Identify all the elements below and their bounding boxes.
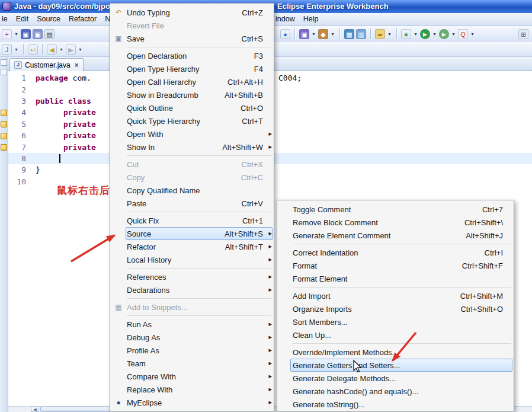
tab-customer-java[interactable]: J Customer.java × [9, 58, 84, 71]
dropdown-arrow-icon[interactable]: ▾ [14, 29, 19, 39]
web-browser-icon[interactable]: ● [280, 29, 290, 39]
menu-item-open-declaration[interactable]: Open DeclarationF3 [110, 49, 274, 62]
menu-item-save[interactable]: ▣SaveCtrl+S [110, 32, 274, 45]
menu-item-open-with[interactable]: Open With▸ [110, 127, 274, 140]
menu-item-references[interactable]: References▸ [110, 270, 274, 283]
menu-item-label: Format Element [293, 274, 347, 283]
menu-item-shortcut: Ctrl+X [242, 160, 271, 169]
scroll-left-icon[interactable]: ◀ [31, 407, 39, 412]
forward-icon[interactable]: ▶ [66, 44, 76, 55]
menu-item-generate-element-comment[interactable]: Generate Element CommentAlt+Shift+J [277, 229, 514, 242]
java-browsing-icon[interactable]: J [2, 44, 12, 55]
dropdown-arrow-icon[interactable]: ▾ [311, 29, 316, 39]
save-icon[interactable]: ▣ [21, 29, 31, 39]
dropdown-arrow-icon[interactable]: ▾ [432, 29, 437, 39]
menu-item-quick-fix[interactable]: Quick FixCtrl+1 [110, 214, 274, 227]
dropdown-arrow-icon[interactable]: ▾ [78, 44, 83, 55]
open-folder-icon[interactable]: ▰ [375, 29, 385, 39]
profile-icon[interactable]: Q [458, 29, 468, 39]
dropdown-arrow-icon[interactable]: ▾ [330, 29, 335, 39]
menu-item-label: Show in Breadcrumb [127, 91, 198, 100]
menu-item-add-import[interactable]: Add ImportCtrl+Shift+M [277, 289, 514, 302]
menu-item-generate-tostring[interactable]: Generate toString()... [277, 398, 514, 411]
menu-item-quick-type-hierarchy[interactable]: Quick Type HierarchyCtrl+T [110, 114, 274, 127]
external-tools-icon[interactable]: ★ [401, 29, 411, 39]
menu-item-team[interactable]: Team▸ [110, 357, 274, 370]
menu-item-open-type-hierarchy[interactable]: Open Type HierarchyF4 [110, 62, 274, 75]
dropdown-arrow-icon[interactable]: ▾ [470, 29, 475, 39]
menu-item-profile-as[interactable]: Profile As▸ [110, 344, 274, 357]
menu-item-generate-delegate-methods[interactable]: Generate Delegate Methods... [277, 372, 514, 385]
menu-item-source[interactable]: SourceAlt+Shift+S▸ [110, 227, 274, 240]
fast-view-icon[interactable] [1, 69, 7, 75]
menu-item-generate-hashcode-and-equals[interactable]: Generate hashCode() and equals()... [277, 385, 514, 398]
report-design-icon[interactable]: ▦ [344, 29, 354, 39]
menu-item-correct-indentation[interactable]: Correct IndentationCtrl+I [277, 246, 514, 259]
code-text: } [31, 165, 532, 174]
menubar-item-refactor[interactable]: Refactor [65, 13, 101, 25]
menu-item-paste[interactable]: PasteCtrl+V [110, 197, 274, 210]
menu-item-organize-imports[interactable]: Organize ImportsCtrl+Shift+O [277, 302, 514, 315]
yellow-marker-icon[interactable] [1, 121, 7, 127]
submenu-arrow-icon: ▸ [268, 242, 272, 250]
menubar-item-source[interactable]: Source [33, 13, 65, 25]
menu-item-quick-outline[interactable]: Quick OutlineCtrl+O [110, 101, 274, 114]
menubar-item-help[interactable]: Help [299, 13, 323, 25]
menu-item-sort-members[interactable]: Sort Members... [277, 315, 514, 328]
menu-item-replace-with[interactable]: Replace With▸ [110, 383, 274, 396]
tab-close-icon[interactable]: × [73, 61, 79, 69]
menu-item-declarations[interactable]: Declarations▸ [110, 283, 274, 296]
yellow-marker-icon[interactable] [1, 110, 7, 116]
database-explorer-icon[interactable]: ◆ [318, 29, 328, 39]
menu-item-generate-getters-and-setters[interactable]: Generate Getters and Setters... [277, 359, 514, 372]
menu-item-undo-typing[interactable]: ↶Undo TypingCtrl+Z [110, 6, 274, 19]
print-icon[interactable]: ▤ [44, 29, 55, 39]
yellow-marker-icon[interactable] [1, 144, 7, 151]
menu-item-cut[interactable]: CutCtrl+X [110, 158, 274, 171]
menu-item-clean-up[interactable]: Clean Up... [277, 328, 514, 341]
menu-item-remove-block-comment[interactable]: Remove Block CommentCtrl+Shift+\ [277, 216, 514, 229]
menu-item-revert-file[interactable]: Revert File [110, 19, 274, 32]
menu-item-shortcut: Ctrl+7 [482, 205, 511, 214]
window-title-right: Eclipse Enterprise Workbench [277, 2, 389, 11]
menubar-item-indow[interactable]: indow [271, 13, 299, 25]
menu-item-run-as[interactable]: Run As▸ [110, 318, 274, 331]
menubar-item-le[interactable]: le [0, 13, 12, 25]
menu-item-override-implement-methods[interactable]: Override/Implement Methods... [277, 346, 514, 359]
menubar-item-edit[interactable]: Edit [12, 13, 33, 25]
dropdown-arrow-icon[interactable]: ▾ [59, 44, 64, 55]
menu-item-compare-with[interactable]: Compare With▸ [110, 370, 274, 383]
chart-icon[interactable]: ▥ [356, 29, 366, 39]
run-icon[interactable]: ▶ [420, 29, 430, 39]
dropdown-arrow-icon[interactable]: ▾ [413, 29, 418, 39]
app-window-icon[interactable] [2, 2, 11, 11]
menu-item-refactor[interactable]: RefactorAlt+Shift+T▸ [110, 240, 274, 253]
coverage-icon[interactable]: ▶ [439, 29, 449, 39]
menu-item-local-history[interactable]: Local History▸ [110, 253, 274, 266]
dropdown-arrow-icon[interactable]: ▾ [387, 29, 392, 39]
menu-item-show-in-breadcrumb[interactable]: Show in BreadcrumbAlt+Shift+B [110, 88, 274, 101]
dropdown-arrow-icon[interactable]: ▾ [14, 44, 19, 55]
menu-item-add-to-snippets[interactable]: ▦Add to Snippets... [110, 301, 274, 314]
deploy-server-icon[interactable]: ▣ [299, 29, 309, 39]
menu-item-debug-as[interactable]: Debug As▸ [110, 331, 274, 344]
menu-item-show-in[interactable]: Show InAlt+Shift+W▸ [110, 140, 274, 154]
dropdown-arrow-icon[interactable]: ▾ [451, 29, 456, 39]
menu-item-copy[interactable]: CopyCtrl+C [110, 171, 274, 184]
new-wizard-icon[interactable]: + [2, 29, 12, 39]
menu-item-format[interactable]: FormatCtrl+Shift+F [277, 259, 514, 272]
save-all-icon[interactable]: ▣ [33, 29, 43, 39]
menu-item-label: Debug As [127, 333, 160, 342]
menu-item-open-call-hierarchy[interactable]: Open Call HierarchyCtrl+Alt+H [110, 75, 274, 88]
menu-item-toggle-comment[interactable]: Toggle CommentCtrl+7 [277, 203, 514, 216]
menu-item-myeclipse[interactable]: ●MyEclipse▸ [110, 396, 274, 409]
menu-item-label: Replace With [127, 385, 172, 394]
menu-separator [127, 315, 271, 316]
menu-item-copy-qualified-name[interactable]: Copy Qualified Name [110, 184, 274, 197]
restore-view-icon[interactable] [1, 59, 7, 66]
menu-item-format-element[interactable]: Format Element [277, 272, 514, 285]
back-icon[interactable]: ◀ [47, 44, 57, 55]
last-edit-location-icon[interactable]: ↩ [28, 44, 38, 55]
table-icon[interactable]: ⊞ [518, 29, 528, 39]
yellow-marker-icon[interactable] [1, 133, 7, 139]
